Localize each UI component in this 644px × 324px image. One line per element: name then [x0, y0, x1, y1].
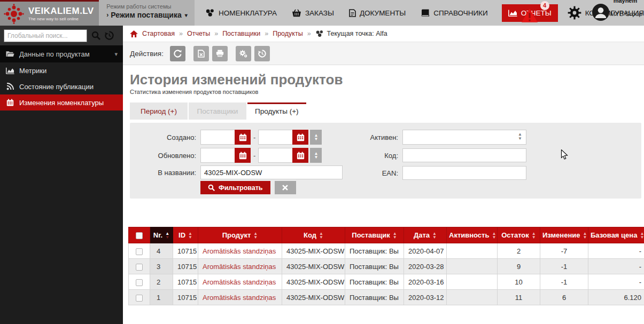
- warning-triangle-icon: [521, 8, 538, 23]
- updated-from-input[interactable]: [200, 148, 235, 163]
- product-link[interactable]: Aromātiskās standziņas: [203, 278, 276, 286]
- column-header-date[interactable]: Дата▲▼: [404, 227, 447, 243]
- sort-icon[interactable]: ▲▼: [492, 232, 496, 239]
- nav-item-configuration[interactable]: КОНФИГУРАЦИЯ mayhem MYB Group SIA: [568, 6, 644, 20]
- cell-supplier: Поставщик: Вы: [345, 290, 404, 305]
- area-chart-icon: [508, 10, 517, 17]
- active-filter-select[interactable]: [402, 130, 526, 145]
- sort-icon[interactable]: ▲▼: [319, 232, 323, 239]
- created-from-input[interactable]: [200, 130, 235, 145]
- cell-supplier: Поставщик: Вы: [345, 259, 404, 274]
- column-header-id[interactable]: ID▲▼: [173, 227, 198, 243]
- sort-icon[interactable]: ▲▼: [583, 232, 587, 239]
- calendar-button[interactable]: [292, 148, 308, 163]
- export-excel-button[interactable]: [193, 46, 209, 61]
- history-button[interactable]: [254, 46, 270, 61]
- range-separator: -: [253, 152, 255, 160]
- cell-product: Aromātiskās standziņas: [198, 290, 282, 305]
- sort-icon[interactable]: ▲▼: [393, 232, 397, 239]
- row-checkbox[interactable]: [136, 295, 143, 302]
- sidebar-item-metrics[interactable]: Метрики: [0, 62, 123, 78]
- sidebar-item-product-data[interactable]: Данные по продуктам ▾: [0, 45, 123, 62]
- product-link[interactable]: Aromātiskās standziņas: [203, 247, 276, 255]
- clear-filter-button[interactable]: [275, 181, 296, 194]
- filter-panel: Создано: -: [130, 123, 641, 199]
- column-header-activity[interactable]: Активность▲▼: [447, 227, 498, 243]
- nav-item-reports[interactable]: ОТЧЕТЫ 4: [502, 4, 558, 22]
- print-button[interactable]: [212, 46, 228, 61]
- breadcrumb: Стартовая » Отчеты » Поставщики » Продук…: [123, 26, 644, 42]
- updated-to-input[interactable]: [258, 148, 292, 163]
- refresh-button[interactable]: [170, 46, 185, 61]
- cell-stock: 11: [498, 290, 540, 305]
- mode-selector[interactable]: › Режим поставщика ▾: [106, 11, 195, 19]
- breadcrumb-link-suppliers[interactable]: Поставщики: [222, 30, 260, 37]
- column-header-code[interactable]: Код▲▼: [282, 227, 345, 243]
- row-checkbox[interactable]: [136, 264, 143, 271]
- cell-date: 2020-03-28: [404, 259, 447, 274]
- row-checkbox[interactable]: [136, 248, 143, 255]
- column-header-stock[interactable]: Остаток▲▼: [498, 227, 540, 243]
- logo[interactable]: VEIKALIEM.LV The new way to sell online: [0, 0, 99, 26]
- select-all-checkbox[interactable]: [136, 232, 143, 239]
- name-filter-input[interactable]: [200, 165, 343, 179]
- cell-code: 43025-MIX-ODSW: [282, 259, 345, 274]
- cell-nr: 4: [150, 243, 173, 259]
- calendar-button[interactable]: [292, 130, 308, 145]
- product-link[interactable]: Aromātiskās standziņas: [203, 294, 276, 302]
- filter-button[interactable]: Фильтровать: [200, 181, 270, 194]
- document-icon: [349, 9, 356, 17]
- column-header-base-price[interactable]: Базовая цена▲▼: [588, 227, 644, 243]
- date-stepper[interactable]: ▲▼: [310, 148, 322, 163]
- cell-supplier: Поставщик: Вы: [345, 243, 404, 259]
- calendar-button[interactable]: [235, 130, 251, 145]
- sort-icon[interactable]: ▲▼: [432, 232, 437, 239]
- chevron-down-icon: ▾: [114, 51, 118, 58]
- nodes-icon: [315, 30, 324, 37]
- ean-filter-label: EAN:: [351, 169, 398, 177]
- calendar-button[interactable]: [235, 148, 251, 163]
- global-search-bar: [0, 26, 123, 45]
- sort-icon[interactable]: ▲▼: [188, 232, 192, 239]
- code-filter-input[interactable]: [402, 148, 526, 162]
- date-stepper[interactable]: ▲▼: [310, 130, 322, 145]
- tab-period[interactable]: Период (+): [130, 102, 188, 120]
- sort-icon[interactable]: ▲▼: [165, 232, 169, 239]
- column-header-product[interactable]: Продукт▲▼: [198, 227, 282, 243]
- cell-date: 2020-04-07: [404, 243, 447, 259]
- column-header-change[interactable]: Изменение▲▼: [540, 227, 588, 243]
- gear-icon: [568, 6, 581, 20]
- breadcrumb-link-home[interactable]: Стартовая: [142, 30, 175, 37]
- sidebar-item-nomenclature-changes[interactable]: Изменения номенклатуры: [0, 94, 123, 110]
- nav-item-documents[interactable]: ДОКУМЕНТЫ: [349, 9, 406, 17]
- nav-item-orders[interactable]: ЗАКАЗЫ: [292, 9, 334, 17]
- row-checkbox[interactable]: [136, 279, 143, 286]
- search-history-icon[interactable]: [105, 31, 114, 40]
- tab-products[interactable]: Продукты (+): [247, 102, 306, 120]
- nav-item-references[interactable]: СПРАВОЧНИКИ: [421, 9, 487, 17]
- tab-suppliers[interactable]: Поставщики: [189, 102, 246, 120]
- column-header-nr[interactable]: Nr.▲▼: [150, 227, 173, 243]
- nav-item-nomenclature[interactable]: НОМЕНКЛАТУРА: [205, 9, 277, 17]
- column-header-supplier[interactable]: Поставщик▲▼: [345, 227, 404, 243]
- settings-button[interactable]: [236, 46, 251, 61]
- breadcrumb-separator: »: [307, 30, 311, 37]
- search-icon[interactable]: [91, 31, 100, 40]
- avatar[interactable]: [592, 4, 609, 21]
- cell-change: -1: [540, 274, 588, 290]
- cell-nr: 1: [150, 290, 173, 305]
- sidebar-item-publication-state[interactable]: Состояние публикации: [0, 78, 123, 94]
- breadcrumb-link-products[interactable]: Продукты: [273, 30, 302, 37]
- home-icon[interactable]: [130, 30, 138, 37]
- sort-icon[interactable]: ▲▼: [640, 232, 644, 239]
- cell-nr: 3: [150, 259, 173, 274]
- sort-icon[interactable]: ▲▼: [532, 232, 536, 239]
- cell-code: 43025-MIX-ODSW: [282, 274, 345, 290]
- created-to-input[interactable]: [258, 130, 292, 145]
- logo-tagline: The new way to sell online: [28, 17, 94, 21]
- sort-icon[interactable]: ▲▼: [253, 232, 258, 239]
- search-input[interactable]: [4, 29, 87, 42]
- product-link[interactable]: Aromātiskās standziņas: [203, 263, 276, 271]
- ean-filter-input[interactable]: [402, 166, 526, 180]
- breadcrumb-link-reports[interactable]: Отчеты: [187, 30, 210, 37]
